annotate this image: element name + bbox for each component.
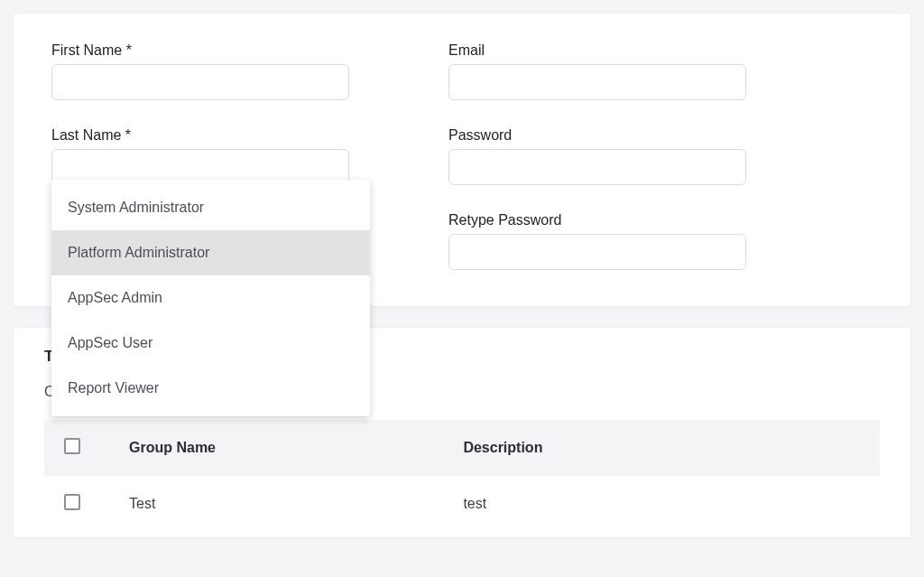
role-option-report-viewer[interactable]: Report Viewer <box>51 366 370 411</box>
role-option-platform-administrator[interactable]: Platform Administrator <box>51 230 370 275</box>
retype-password-label: Retype Password <box>448 212 746 228</box>
column-description: Description <box>443 420 880 476</box>
select-all-header <box>44 420 109 476</box>
target-groups-table: Group Name Description Test test <box>44 420 880 532</box>
right-column: Email Password Retype Password <box>448 42 746 270</box>
first-name-group: First Name * <box>51 42 349 100</box>
row-checkbox[interactable] <box>64 494 80 510</box>
row-group-name: Test <box>109 476 443 532</box>
table-row: Test test <box>44 476 880 532</box>
column-group-name: Group Name <box>109 420 443 476</box>
select-all-checkbox[interactable] <box>64 438 80 454</box>
first-name-label: First Name * <box>51 42 349 59</box>
password-input[interactable] <box>448 149 746 185</box>
role-option-appsec-admin[interactable]: AppSec Admin <box>51 275 370 321</box>
last-name-label: Last Name * <box>51 127 349 144</box>
first-name-input[interactable] <box>51 64 349 100</box>
role-dropdown-menu[interactable]: System Administrator Platform Administra… <box>51 180 370 416</box>
retype-password-group: Retype Password <box>448 212 746 270</box>
table-header-row: Group Name Description <box>44 420 880 476</box>
role-option-appsec-user[interactable]: AppSec User <box>51 321 370 366</box>
row-checkbox-cell <box>44 476 109 532</box>
email-input[interactable] <box>448 64 746 100</box>
last-name-group: Last Name * <box>51 127 349 185</box>
password-group: Password <box>448 127 746 185</box>
email-group: Email <box>448 42 746 100</box>
email-label: Email <box>448 42 746 59</box>
user-form-card: First Name * Last Name * Email Password … <box>13 13 911 307</box>
row-description: test <box>443 476 880 532</box>
password-label: Password <box>448 127 746 144</box>
role-option-system-administrator[interactable]: System Administrator <box>51 185 370 230</box>
retype-password-input[interactable] <box>448 234 746 270</box>
